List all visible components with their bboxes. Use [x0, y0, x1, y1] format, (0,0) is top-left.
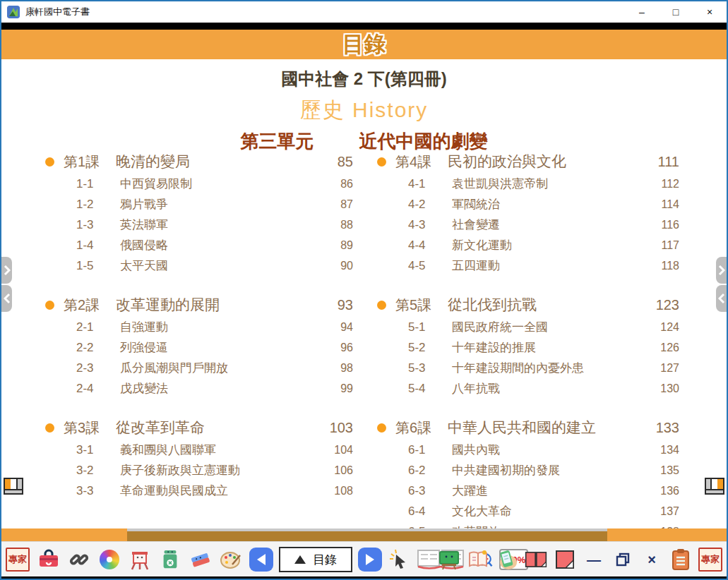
- one-page-view-icon[interactable]: [554, 548, 576, 571]
- page-flip-left-icon[interactable]: [4, 478, 23, 495]
- right-panel-collapse-button[interactable]: [716, 285, 727, 312]
- workbook-icon[interactable]: [467, 548, 489, 571]
- toc-subsection-row[interactable]: 5-2十年建設的推展126: [377, 337, 679, 358]
- toc-subsection-row[interactable]: 1-4俄國侵略89: [45, 235, 353, 255]
- toc-subsection-row[interactable]: 2-3瓜分風潮與門戶開放98: [45, 358, 353, 378]
- lesson-number: 第1課: [64, 152, 116, 171]
- toc-subsection-row[interactable]: 1-2鴉片戰爭87: [45, 194, 353, 215]
- left-panel-expand-button[interactable]: [1, 257, 12, 284]
- toc-lesson-row[interactable]: 第1課晚清的變局85: [45, 150, 353, 174]
- toc-column-right: 第4課民初的政治與文化1114-1袁世凱與洪憲帝制1124-2軍閥統治1144-…: [377, 150, 679, 528]
- restore-icon: [616, 552, 630, 567]
- expert-mode-button-right[interactable]: 專家: [698, 548, 722, 572]
- toc-subsection-row[interactable]: 4-3社會變遷116: [377, 215, 679, 235]
- toc-lesson-row[interactable]: 第4課民初的政治與文化111: [377, 150, 679, 174]
- subsection-page-number: 124: [643, 321, 679, 334]
- lesson-bullet-icon: [45, 157, 54, 167]
- subsection-page-number: 90: [316, 260, 353, 272]
- subsection-number: 2-1: [76, 320, 120, 334]
- toc-subsection-row[interactable]: 2-4戊戌變法99: [45, 378, 353, 399]
- toc-subsection-row[interactable]: 1-1中西貿易限制86: [45, 174, 353, 194]
- lesson-bullet-icon: [377, 157, 386, 167]
- subsection-title: 國民政府統一全國: [452, 319, 643, 335]
- toc-subsection-row[interactable]: 5-3十年建設期間的內憂外患127: [377, 358, 679, 378]
- page-title: 目錄: [342, 30, 386, 59]
- minimize-icon: —: [587, 552, 601, 568]
- expert-mode-button[interactable]: 專家: [6, 548, 30, 572]
- subsection-title: 英法聯軍: [120, 217, 316, 233]
- page-selector[interactable]: 目錄: [279, 547, 352, 572]
- toc-subsection-row[interactable]: 3-2庚子後新政與立憲運動106: [45, 460, 353, 481]
- subsection-title: 新文化運動: [452, 237, 643, 253]
- mobile-device-icon[interactable]: [496, 548, 518, 571]
- toc-lesson-block: 第5課從北伐到抗戰1235-1國民政府統一全國1245-2十年建設的推展1265…: [377, 293, 679, 399]
- palette-icon[interactable]: [220, 548, 242, 571]
- lesson-title: 晚清的變局: [116, 152, 316, 171]
- subsection-number: 1-1: [76, 177, 120, 191]
- subsection-page-number: 137: [643, 505, 679, 518]
- toc-subsection-row[interactable]: 4-5五四運動118: [377, 255, 679, 276]
- two-page-view-icon[interactable]: [525, 548, 547, 571]
- toc-subsection-row[interactable]: 5-1國民政府統一全國124: [377, 317, 679, 337]
- toc-lesson-block: 第4課民初的政治與文化1114-1袁世凱與洪憲帝制1124-2軍閥統治1144-…: [377, 150, 679, 276]
- notes-clipboard-icon[interactable]: [669, 548, 692, 571]
- lesson-bullet-icon: [377, 423, 386, 433]
- subsection-page-number: 99: [316, 382, 353, 395]
- subsection-number: 1-5: [76, 259, 120, 273]
- window-minimize-button[interactable]: –: [625, 1, 659, 23]
- toolbar-close-button[interactable]: ×: [640, 548, 663, 571]
- subsection-page-number: 112: [643, 178, 679, 191]
- lesson-number: 第4課: [395, 152, 448, 171]
- toolbox-icon[interactable]: [37, 548, 60, 571]
- window-maximize-button[interactable]: □: [659, 1, 693, 23]
- left-panel-collapse-button[interactable]: [1, 285, 12, 312]
- prev-page-button[interactable]: [249, 548, 273, 572]
- toc-subsection-row[interactable]: 2-2列強侵逼96: [45, 337, 353, 358]
- toc-lesson-row[interactable]: 第5課從北伐到抗戰123: [377, 293, 679, 317]
- blackboard-icon[interactable]: [438, 548, 460, 571]
- toolbar-restore-button[interactable]: [611, 548, 634, 571]
- trash-icon[interactable]: [159, 548, 181, 571]
- scrollbar-thumb[interactable]: [127, 528, 607, 541]
- toc-subsection-row[interactable]: 6-3大躍進136: [377, 481, 679, 501]
- toc-subsection-row[interactable]: 1-5太平天國90: [45, 255, 353, 276]
- lesson-title: 改革運動的展開: [116, 295, 316, 315]
- subsection-number: 4-3: [408, 218, 452, 232]
- cursor-tool-icon[interactable]: [388, 548, 410, 571]
- toc-subsection-row[interactable]: 6-1國共內戰134: [377, 440, 679, 460]
- toc-subsection-row[interactable]: 2-1自強運動94: [45, 317, 353, 337]
- next-page-button[interactable]: [358, 548, 382, 572]
- toolbar-minimize-button[interactable]: —: [583, 548, 605, 571]
- subsection-title: 庚子後新政與立憲運動: [120, 462, 316, 478]
- toc-lesson-row[interactable]: 第6課中華人民共和國的建立133: [377, 416, 679, 440]
- toc-subsection-row[interactable]: 4-4新文化運動117: [377, 235, 679, 255]
- toc-subsection-row[interactable]: 6-4文化大革命137: [377, 501, 679, 521]
- toc-subsection-row[interactable]: 5-4八年抗戰130: [377, 378, 679, 399]
- color-pinwheel-icon[interactable]: [98, 548, 121, 571]
- right-panel-expand-button[interactable]: [716, 257, 727, 284]
- whiteboard-easel-icon[interactable]: [129, 548, 151, 571]
- toc-subsection-row[interactable]: 4-2軍閥統治114: [377, 194, 679, 215]
- subsection-title: 自強運動: [120, 319, 316, 335]
- page-flip-right-icon[interactable]: [705, 478, 724, 495]
- horizontal-scrollbar[interactable]: [1, 528, 727, 541]
- toc-subsection-row[interactable]: 6-2中共建國初期的發展135: [377, 460, 679, 481]
- toc-subsection-row[interactable]: 4-1袁世凱與洪憲帝制112: [377, 174, 679, 194]
- toc-lesson-row[interactable]: 第2課改革運動的展開93: [45, 293, 353, 317]
- toc-subsection-row[interactable]: 3-3革命運動與民國成立108: [45, 481, 353, 501]
- toc-subsection-row[interactable]: 1-3英法聯軍88: [45, 215, 353, 235]
- subsection-title: 中西貿易限制: [120, 176, 316, 192]
- subsection-page-number: 88: [316, 219, 353, 231]
- window-close-button[interactable]: ×: [693, 1, 727, 23]
- subsection-page-number: 130: [643, 382, 679, 395]
- subsection-page-number: 114: [643, 198, 679, 211]
- toc-lesson-row[interactable]: 第3課從改革到革命103: [45, 416, 353, 440]
- toc-subsection-row[interactable]: 3-1義和團與八國聯軍104: [45, 440, 353, 460]
- eraser-icon[interactable]: [189, 548, 212, 571]
- lesson-title: 中華人民共和國的建立: [448, 418, 643, 437]
- subsection-number: 4-2: [408, 198, 452, 212]
- toc-subsection-row[interactable]: 6-5改革開放138: [377, 521, 679, 528]
- subsection-number: 2-4: [76, 382, 120, 396]
- subsection-title: 義和團與八國聯軍: [120, 442, 316, 458]
- link-icon[interactable]: [68, 548, 90, 571]
